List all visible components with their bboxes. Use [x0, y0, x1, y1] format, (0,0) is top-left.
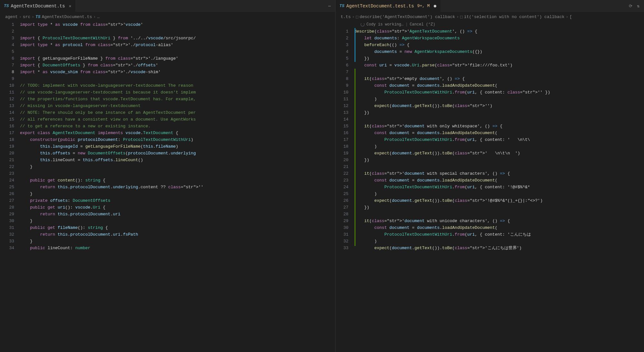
chevron-right-icon: › [352, 15, 355, 19]
typescript-icon: TS [4, 4, 9, 8]
code-line[interactable]: this.languageId = getLanguageForFileName… [20, 143, 309, 150]
tab-agenttextdocument[interactable]: TS AgentTextDocument.ts ✕ [0, 0, 75, 12]
breadcrumb-segment[interactable]: describe('AgentTextDocument') callback [360, 15, 455, 19]
code-line[interactable]: ProtocolTextDocumentWithUri.from(uri, { … [354, 184, 638, 191]
code-line[interactable]: // all references have a consistent view… [20, 116, 309, 123]
breadcrumb-segment[interactable]: agent [5, 15, 18, 19]
code-line[interactable]: } [20, 238, 309, 245]
breadcrumb-segment[interactable]: AgentTextDocument.ts [42, 15, 92, 19]
code-line[interactable]: ) [354, 96, 638, 103]
code-line[interactable]: import type * as protocol from class="st… [20, 42, 309, 48]
code-line[interactable]: ProtocolTextDocumentWithUri.from(uri, { … [354, 89, 638, 96]
more-icon[interactable]: ⋯ [328, 4, 331, 9]
code-line[interactable]: const document = documents.loadAndUpdate… [354, 224, 638, 231]
code-line[interactable]: it(class="str">'empty document', () => { [354, 75, 638, 82]
code-line[interactable]: // to get a reference to a new or existi… [20, 123, 309, 130]
code-line[interactable]: } [20, 218, 309, 224]
code-line[interactable]: it(class="str">'document with only white… [354, 123, 638, 130]
code-left[interactable]: import type * as vscode from class="str"… [20, 21, 309, 352]
code-line[interactable]: ) [354, 191, 638, 197]
breadcrumb-right[interactable]: t.ts › ⬚ describe('AgentTextDocument') c… [336, 12, 644, 21]
code-line[interactable]: }) [354, 157, 638, 163]
code-line[interactable]: it(class="str">'document with unicode ch… [354, 218, 638, 224]
code-line[interactable]: }) [354, 204, 638, 211]
code-line[interactable] [354, 163, 638, 170]
code-line[interactable]: return this.protocolDocument.uri.fsPath [20, 231, 309, 238]
breadcrumb-segment[interactable]: it('selection with no content') callback [464, 15, 564, 19]
code-line[interactable]: it(class="str">'document with special ch… [354, 170, 638, 177]
code-line[interactable]: const document = documents.loadAndUpdate… [354, 82, 638, 89]
code-line[interactable]: ProtocolTextDocumentWithUri.from(uri, { … [354, 231, 638, 238]
code-line[interactable] [20, 170, 309, 177]
code-right[interactable]: describe(class="str">'AgentTextDocument'… [354, 21, 638, 352]
editor-pane-left: TS AgentTextDocument.ts ✕ ⋯ agent › src … [0, 0, 336, 352]
code-line[interactable] [20, 28, 309, 35]
code-line[interactable]: public lineCount: number [20, 245, 309, 251]
code-line[interactable]: ) [354, 143, 638, 150]
code-line[interactable]: private offsets: DocumentOffsets [20, 197, 309, 204]
code-line[interactable]: describe(class="str">'AgentTextDocument'… [354, 28, 638, 35]
code-line[interactable]: import { getLanguageForFileName } from c… [20, 55, 309, 62]
tab-agenttextdocument-test[interactable]: TS AgentTextDocument.test.ts 9+, M [336, 0, 440, 12]
code-line[interactable]: export class AgentTextDocument implement… [20, 130, 309, 136]
code-line[interactable]: this.lineCount = this.offsets.lineCount(… [20, 157, 309, 163]
symbol-method-icon: ⬚ [460, 14, 463, 19]
code-line[interactable]: expect(document.getText()).toBe(class="s… [354, 197, 638, 204]
minimap-right[interactable] [638, 21, 644, 352]
cody-cancel-button[interactable]: Cancel (⌃Z) [410, 22, 435, 27]
code-line[interactable]: const document = documents.loadAndUpdate… [354, 177, 638, 184]
smile-icon[interactable]: ⟳ [629, 4, 632, 9]
code-line[interactable]: } [20, 163, 309, 170]
code-line[interactable]: // use vscode-languageserver-textdocumen… [20, 89, 309, 96]
code-line[interactable] [354, 69, 638, 75]
tab-actions-left: ⋯ [328, 4, 335, 9]
code-line[interactable] [354, 116, 638, 123]
code-line[interactable]: public get uri(): vscode.Uri { [20, 204, 309, 211]
breadcrumb-left[interactable]: agent › src › TS AgentTextDocument.ts › … [0, 12, 335, 21]
code-line[interactable] [20, 48, 309, 55]
chevron-right-icon: › [19, 15, 22, 19]
code-line[interactable]: return this.protocolDocument.underlying.… [20, 184, 309, 191]
typescript-icon: TS [339, 4, 345, 8]
code-line[interactable]: public get content(): string { [20, 177, 309, 184]
code-line[interactable]: // the properties/functions that vscode.… [20, 96, 309, 103]
code-line[interactable]: expect(document.getText()).toBe(class="s… [354, 103, 638, 109]
code-line[interactable]: beforeEach(() => { [354, 42, 638, 48]
code-line[interactable]: // NOTE: There should only be one instan… [20, 109, 309, 116]
chevron-right-icon: › [32, 15, 34, 19]
code-line[interactable]: import * as vscode_shim from class="str"… [20, 69, 309, 75]
code-line[interactable]: // TODO: implement with vscode-languages… [20, 82, 309, 89]
editor-left[interactable]: 1234567891011121314151617181920212223242… [0, 21, 335, 352]
unsaved-dot-icon[interactable] [434, 5, 436, 7]
close-icon[interactable]: ✕ [69, 4, 71, 9]
editor-right[interactable]: Cody is working… | Cancel (⌃Z) 123456789… [336, 21, 644, 352]
code-line[interactable]: // missing in vscode-languageserver-text… [20, 103, 309, 109]
chevron-right-icon: › [566, 15, 568, 19]
code-line[interactable]: }) [354, 55, 638, 62]
diff-icon[interactable]: ⇅ [637, 4, 639, 9]
code-line[interactable]: import { ProtocolTextDocumentWithUri } f… [20, 35, 309, 42]
code-line[interactable]: const uri = vscode.Uri.parse(class="str"… [354, 62, 638, 69]
breadcrumb-segment[interactable]: t.ts [341, 15, 351, 19]
code-line[interactable] [354, 211, 638, 218]
code-line[interactable]: this.offsets = new DocumentOffsets(proto… [20, 150, 309, 157]
code-line[interactable]: import { DocumentOffsets } from class="s… [20, 62, 309, 69]
code-line[interactable]: } [20, 191, 309, 197]
code-line[interactable]: ProtocolTextDocumentWithUri.from(uri, { … [354, 136, 638, 143]
minimap-left[interactable] [309, 21, 335, 352]
code-line[interactable]: let documents: AgentWorkspaceDocuments [354, 35, 638, 42]
code-line[interactable]: import type * as vscode from class="str"… [20, 21, 309, 28]
code-line[interactable]: constructor(public protocolDocument: Pro… [20, 136, 309, 143]
code-line[interactable]: const document = documents.loadAndUpdate… [354, 130, 638, 136]
code-line[interactable]: expect(document.getText()).toBe(class="s… [354, 150, 638, 157]
breadcrumb-segment[interactable]: src [23, 15, 30, 19]
symbol-icon: [ [570, 15, 572, 19]
code-line[interactable]: public get fileName(): string { [20, 224, 309, 231]
code-line[interactable]: expect(document.getText()).toBe(class="s… [354, 245, 638, 251]
code-line[interactable]: }) [354, 109, 638, 116]
code-line[interactable]: documents = new AgentWorkspaceDocuments(… [354, 48, 638, 55]
breadcrumb-overflow[interactable]: … [97, 15, 100, 19]
code-line[interactable]: ) [354, 238, 638, 245]
code-line[interactable]: return this.protocolDocument.uri [20, 211, 309, 218]
code-line[interactable] [20, 75, 309, 82]
